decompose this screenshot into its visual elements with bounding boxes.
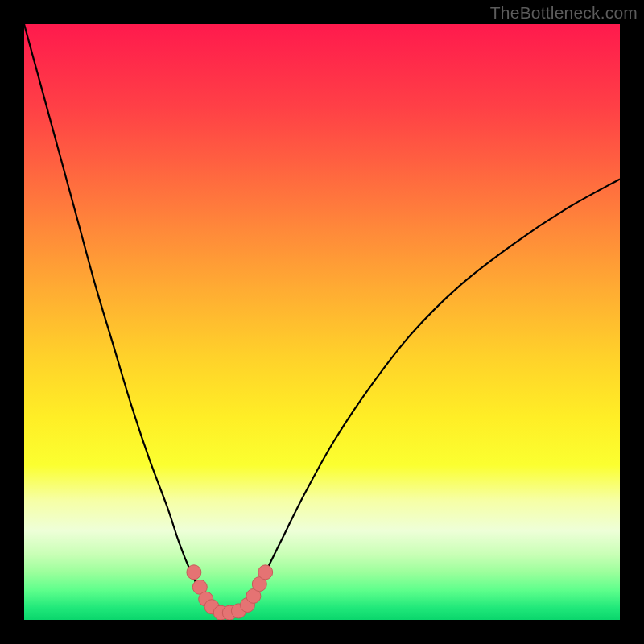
curve-line <box>24 24 620 614</box>
curve-markers <box>187 565 273 620</box>
curve-marker <box>187 565 201 580</box>
curve-marker <box>258 565 273 580</box>
watermark-text: TheBottleneck.com <box>490 3 638 23</box>
plot-area <box>24 24 620 620</box>
bottleneck-curve <box>24 24 620 620</box>
chart-frame: TheBottleneck.com <box>0 0 644 644</box>
